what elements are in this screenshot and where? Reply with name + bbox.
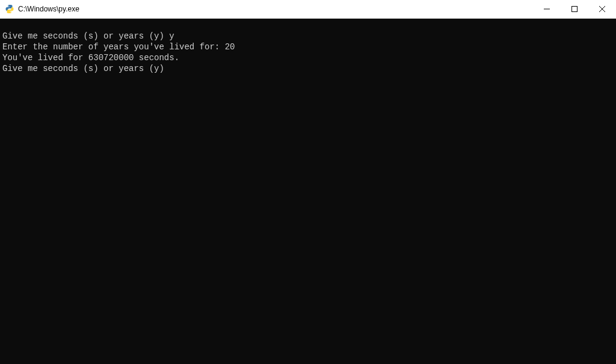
maximize-icon [571, 6, 578, 12]
window-titlebar: C:\Windows\py.exe [0, 0, 616, 19]
terminal-line: Give me seconds (s) or years (y) y [2, 31, 174, 41]
terminal-line: You've lived for 630720000 seconds. [2, 53, 179, 63]
close-button[interactable] [588, 0, 616, 18]
python-icon [5, 4, 14, 14]
window-title: C:\Windows\py.exe [18, 5, 533, 13]
minimize-icon [544, 6, 550, 12]
minimize-button[interactable] [533, 0, 561, 18]
terminal-line: Enter the number of years you've lived f… [2, 42, 235, 52]
terminal-output[interactable]: Give me seconds (s) or years (y) y Enter… [0, 19, 616, 364]
close-icon [599, 6, 605, 12]
terminal-line: Give me seconds (s) or years (y) [2, 64, 164, 73]
svg-rect-1 [572, 7, 578, 12]
window-controls [533, 0, 616, 18]
maximize-button[interactable] [561, 0, 588, 18]
